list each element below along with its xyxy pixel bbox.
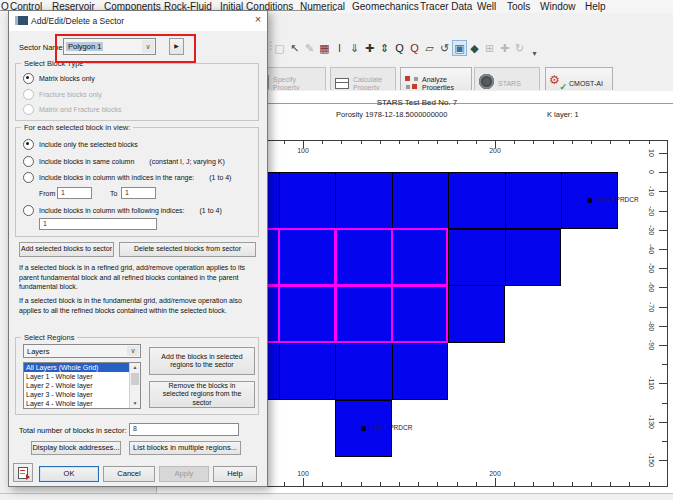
block-select-icon[interactable]: I bbox=[332, 40, 347, 56]
to-field[interactable]: 1 bbox=[121, 187, 156, 199]
radio-fracture-blocks-only[interactable]: Fracture blocks only bbox=[23, 89, 102, 100]
menu-item-window[interactable]: Window bbox=[540, 1, 576, 12]
indices-note: (1 to 4) bbox=[200, 207, 222, 214]
regions-listbox[interactable]: All Layers (Whole Grid)Layer 1 - Whole l… bbox=[23, 362, 141, 409]
apply-button[interactable]: Apply bbox=[159, 466, 209, 482]
menu-item-tools[interactable]: Tools bbox=[507, 1, 530, 12]
list-blocks-multiple-regions-button[interactable]: List blocks in multiple regions... bbox=[129, 441, 241, 455]
menu-item-tracer-data[interactable]: Tracer Data bbox=[420, 1, 472, 12]
total-blocks-label: Total number of blocks in sector: bbox=[19, 426, 127, 435]
region-list-item[interactable]: Layer 3 - Whole layer bbox=[24, 390, 140, 399]
zoom-in-icon[interactable]: Q bbox=[392, 40, 407, 56]
radio-include-same-column[interactable]: Include blocks in same column (constant … bbox=[23, 156, 225, 167]
menu-item-well[interactable]: Well bbox=[477, 1, 496, 12]
marquee-select-icon[interactable]: ▦ bbox=[317, 40, 332, 56]
view-options-group-title: For each selected block in view: bbox=[21, 123, 133, 132]
select-regions-group-title: Select Regions bbox=[21, 333, 77, 342]
cursor-icon[interactable]: ↖ bbox=[287, 40, 302, 56]
add-selected-blocks-button[interactable]: Add selected blocks to sector bbox=[19, 242, 114, 257]
toolbar-overflow-icon[interactable]: ▾ bbox=[527, 46, 542, 62]
menu-item-geomechanics[interactable]: Geomechanics bbox=[352, 1, 419, 12]
dialog-icon bbox=[15, 16, 28, 25]
action-button-label: STARS bbox=[498, 80, 521, 88]
annotation-highlight-box bbox=[55, 34, 196, 63]
move-tool-icon[interactable]: ✚ bbox=[497, 40, 512, 56]
menu-item-help[interactable]: Help bbox=[585, 1, 606, 12]
fundamental-grid-note: If a selected block is in the fundamenta… bbox=[19, 296, 257, 315]
comments-button[interactable] bbox=[13, 463, 33, 482]
region-list-item[interactable]: Layer 4 - Whole layer bbox=[24, 399, 140, 408]
total-blocks-field: 8 bbox=[129, 423, 239, 436]
action-button-label: CMOST-AI bbox=[569, 80, 603, 88]
probe-icon[interactable]: ◆ bbox=[467, 40, 482, 56]
scroll-down-icon[interactable]: ▼ bbox=[130, 399, 140, 408]
regions-type-combo[interactable]: Layers ∨ bbox=[23, 344, 141, 358]
refresh-tool-icon[interactable]: ↻ bbox=[512, 40, 527, 56]
zoom-window-icon[interactable]: Q bbox=[407, 40, 422, 56]
dialog-title: Add/Edit/Delete a Sector bbox=[31, 16, 124, 26]
document-icon bbox=[18, 467, 28, 479]
radio-icon bbox=[23, 139, 34, 150]
display-block-addresses-button[interactable]: Display block addresses... bbox=[31, 441, 121, 455]
scroll-up-icon[interactable]: ▲ bbox=[130, 363, 140, 372]
refined-grid-note: If a selected block is in a refined grid… bbox=[19, 263, 257, 292]
from-label: From bbox=[39, 190, 55, 197]
polygon-select-icon[interactable]: ▱ bbox=[422, 40, 437, 56]
from-field[interactable]: 1 bbox=[57, 187, 92, 199]
pan-icon[interactable]: ✚ bbox=[362, 40, 377, 56]
radio-icon bbox=[23, 156, 34, 167]
listbox-scrollbar[interactable]: ▲ ▼ bbox=[129, 363, 140, 408]
radio-matrix-and-fracture-blocks[interactable]: Matrix and Fracture blocks bbox=[23, 104, 121, 115]
ok-button[interactable]: OK bbox=[39, 466, 99, 482]
regions-type-value: Layers bbox=[27, 347, 50, 356]
sector-dialog: Add/Edit/Delete a Sector × Sector Name P… bbox=[8, 10, 268, 487]
builder-main-window: OControlReservoirComponentsRock-FluidIni… bbox=[0, 0, 673, 500]
same-column-note: (constant I, J; varying K) bbox=[149, 158, 224, 165]
help-button[interactable]: Help bbox=[213, 466, 257, 482]
radio-icon bbox=[23, 172, 34, 183]
radio-include-following-indices[interactable]: Include blocks in column with following … bbox=[23, 205, 222, 216]
to-label: To bbox=[110, 190, 117, 197]
add-regions-button[interactable]: Add the blocks in selected regions to th… bbox=[149, 347, 255, 375]
dialog-titlebar[interactable]: Add/Edit/Delete a Sector × bbox=[9, 11, 267, 31]
edit-pencil-icon[interactable]: ✎ bbox=[302, 40, 317, 56]
status-strip bbox=[0, 493, 673, 500]
scrollbar-thumb[interactable] bbox=[131, 373, 139, 385]
radio-include-only-selected[interactable]: Include only the selected blocks bbox=[23, 139, 138, 150]
rotate-view-icon[interactable]: ↺ bbox=[437, 40, 452, 56]
delete-selected-blocks-button[interactable]: Delete selected blocks from sector bbox=[119, 242, 256, 257]
radio-icon bbox=[23, 89, 34, 100]
radio-icon bbox=[23, 104, 34, 115]
radio-include-range[interactable]: Include blocks in column with indices in… bbox=[23, 172, 231, 183]
chevron-down-icon[interactable]: ∨ bbox=[127, 346, 139, 356]
select-mode-icon[interactable]: ▢ bbox=[272, 40, 287, 56]
cancel-button[interactable]: Cancel bbox=[103, 466, 155, 482]
region-list-item[interactable]: All Layers (Whole Grid) bbox=[24, 363, 140, 372]
radio-icon bbox=[23, 73, 34, 84]
remove-regions-button[interactable]: Remove the blocks in selected regions fr… bbox=[149, 381, 255, 408]
fit-vertical-icon[interactable]: ⇕ bbox=[377, 40, 392, 56]
grid-tool-icon[interactable]: ⊞ bbox=[482, 40, 497, 56]
close-icon[interactable]: × bbox=[251, 13, 265, 27]
region-list-item[interactable]: Layer 1 - Whole layer bbox=[24, 372, 140, 381]
region-list-item[interactable]: Layer 2 - Whole layer bbox=[24, 381, 140, 390]
radio-icon bbox=[23, 205, 34, 216]
copy-grid-icon[interactable]: ▣ bbox=[452, 40, 467, 56]
radio-matrix-blocks-only[interactable]: Matrix blocks only bbox=[23, 73, 95, 84]
range-note: (1 to 4) bbox=[209, 174, 231, 181]
layer-down-icon[interactable]: ⇓ bbox=[347, 40, 362, 56]
indices-field[interactable]: 1 bbox=[39, 218, 157, 230]
